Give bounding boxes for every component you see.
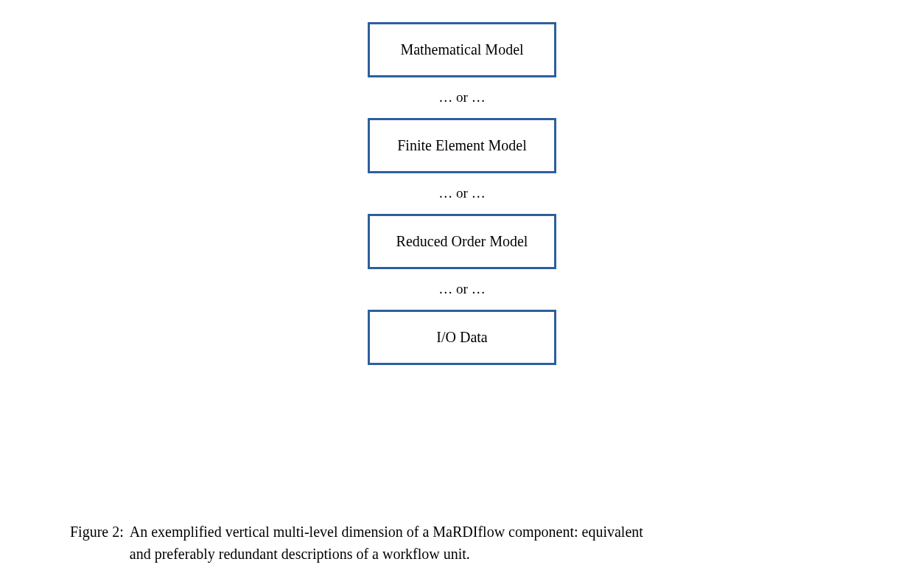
diagram-box-io-data: I/O Data bbox=[368, 310, 556, 365]
diagram-box-reduced-order-model: Reduced Order Model bbox=[368, 214, 556, 269]
box-label: Finite Element Model bbox=[397, 137, 527, 154]
diagram-box-mathematical-model: Mathematical Model bbox=[368, 22, 556, 77]
diagram-connector: … or … bbox=[438, 173, 485, 214]
caption-line: and preferably redundant descriptions of… bbox=[130, 543, 643, 565]
box-label: Mathematical Model bbox=[400, 41, 523, 58]
caption-label: Figure 2: bbox=[70, 521, 130, 565]
caption-line: An exemplified vertical multi-level dime… bbox=[130, 521, 643, 543]
diagram-connector: … or … bbox=[438, 269, 485, 310]
caption-body: An exemplified vertical multi-level dime… bbox=[130, 521, 643, 565]
box-label: I/O Data bbox=[436, 329, 487, 346]
diagram-container: Mathematical Model … or … Finite Element… bbox=[368, 22, 556, 365]
figure-caption: Figure 2: An exemplified vertical multi-… bbox=[70, 521, 869, 565]
diagram-connector: … or … bbox=[438, 77, 485, 118]
box-label: Reduced Order Model bbox=[396, 233, 528, 250]
diagram-box-finite-element-model: Finite Element Model bbox=[368, 118, 556, 173]
